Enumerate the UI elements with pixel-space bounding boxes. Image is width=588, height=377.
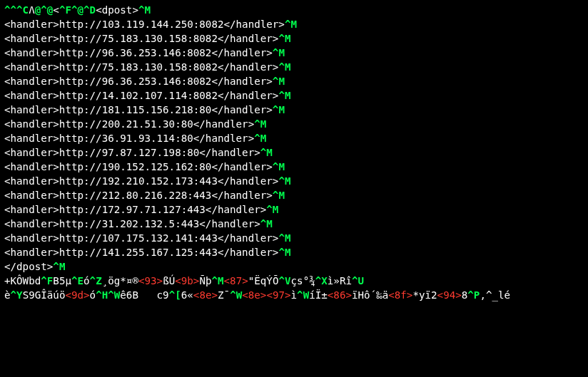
terminal-segment: ^Y [11,289,23,301]
terminal-segment: ^H^W [96,289,120,301]
terminal-segment: <handler>http://96.36.253.146:8082</hand… [4,47,273,58]
terminal-segment: ó [90,289,96,301]
terminal-segment: ^M [278,90,290,101]
terminal-segment: <handler>http://107.175.132.141:443</han… [4,232,278,244]
terminal-line: <handler>http://107.175.132.141:443</han… [4,231,584,245]
terminal-segment: ì [291,289,298,301]
terminal-segment: ^W [297,289,309,301]
terminal-segment: <86> [328,289,352,301]
terminal-line: <handler>http://141.255.167.125:443</han… [4,245,584,259]
terminal-segment: ^M [254,118,266,130]
terminal-segment: <handler>http://181.115.156.218:80</hand… [4,104,273,115]
terminal-segment: S9GÎäúö [23,289,66,301]
terminal-segment: ^Z [90,275,102,286]
terminal-segment: Z¯ [218,289,230,301]
terminal-segment: Ʌ [29,4,35,16]
terminal-segment: Ñþ [199,275,211,286]
terminal-segment: <94> [437,289,462,301]
terminal-segment: +KÔWbd [4,275,41,286]
terminal-line: <handler>http://96.36.253.146:8082</hand… [4,74,584,88]
terminal-segment: <handler>http://75.183.130.158:8082</han… [4,61,278,73]
terminal-segment: <9d> [65,289,89,301]
terminal-line: <handler>http://97.87.127.198:80</handle… [4,145,584,160]
terminal-segment: 6« [181,289,193,301]
terminal-segment: <handler>http://192.210.152.173:443</han… [4,175,278,187]
terminal-segment: <93> [138,275,163,286]
terminal-segment: <8f> [388,289,412,301]
terminal-line: <handler>http://31.202.132.5:443</handle… [4,217,584,231]
terminal-segment: <handler>http://36.91.93.114:80</handler… [4,133,254,144]
terminal-segment: <97> [266,289,290,301]
terminal-segment: <9b> [175,275,199,286]
terminal-segment: ^M [53,261,65,272]
terminal-segment: <handler>http://96.36.253.146:8082</hand… [4,76,273,87]
terminal-segment: <handler>http://172.97.71.127:443</handl… [4,204,266,215]
terminal-line: <handler>http://172.97.71.127:443</handl… [4,202,584,217]
terminal-segment: </dpost> [4,261,53,272]
terminal-line: </dpost>^M [4,259,584,274]
terminal-segment: ^M [254,133,266,144]
terminal-segment: <dpost> [96,4,138,16]
terminal-segment: ^M [138,4,151,16]
terminal-segment: çs°¾ [291,275,315,286]
terminal-line: <handler>http://75.183.130.158:8082</han… [4,31,584,46]
terminal-segment: ì»Rî [328,275,352,286]
terminal-line: <handler>http://200.21.51.30:80</handler… [4,117,584,131]
terminal-line: <handler>http://36.91.93.114:80</handler… [4,131,584,145]
terminal-segment: <handler>http://200.21.51.30:80</handler… [4,118,254,130]
terminal-segment: @^@ [35,4,54,16]
terminal-segment: <handler>http://190.152.125.162:80</hand… [4,161,273,172]
terminal-segment: ^[ [169,289,181,301]
terminal-output: ^^^CɅ@^@<^F^@^D<dpost>^M<handler>http://… [0,0,588,305]
terminal-segment: "ËqÝÕ [248,275,279,286]
terminal-line: <handler>http://103.119.144.250:8082</ha… [4,17,584,31]
terminal-segment: ^M [278,232,290,244]
terminal-segment: <handler>http://141.255.167.125:443</han… [4,247,278,258]
terminal-segment: <handler>http://14.102.107.114:8082</han… [4,90,278,101]
terminal-segment: ^E [71,275,83,286]
terminal-segment: <handler>http://97.87.127.198:80</handle… [4,147,260,158]
terminal-line: <handler>http://190.152.125.162:80</hand… [4,160,584,174]
terminal-segment: ^M [273,76,285,87]
terminal-segment: *yï2 [412,289,437,301]
terminal-segment: ïHô´‰ä [352,289,388,301]
terminal-segment: ,^_lé [480,289,510,301]
terminal-segment: ^M [285,19,297,30]
terminal-segment: ^^^C [4,4,29,16]
terminal-segment: ^F^@^D [59,4,96,16]
terminal-segment: <8e> [242,289,266,301]
terminal-segment: ^M [273,161,285,172]
terminal-segment: ó [83,275,90,286]
terminal-line: ^^^CɅ@^@<^F^@^D<dpost>^M [4,3,584,17]
terminal-line: <handler>http://96.36.253.146:8082</hand… [4,46,584,60]
terminal-line: <handler>http://14.102.107.114:8082</han… [4,88,584,103]
terminal-segment: ^M [278,247,290,258]
terminal-segment: <handler>http://75.183.130.158:8082</han… [4,33,278,44]
terminal-line: <handler>http://192.210.152.173:443</han… [4,174,584,188]
terminal-segment: ê6B c9 [120,289,168,301]
terminal-segment: ^M [260,147,273,158]
terminal-segment: ^M [273,190,285,201]
terminal-segment: <handler>http://103.119.144.250:8082</ha… [4,19,285,30]
terminal-segment: ^M [266,204,278,215]
terminal-segment: ^F [41,275,53,286]
terminal-line: è^YS9GÎäúö<9d>ó^H^Wê6B c9^[6«<8e>Z¯^W<8e… [4,288,584,302]
terminal-segment: ^M [273,104,285,115]
terminal-segment: ¸ög*¤® [102,275,138,286]
terminal-segment: ^W [230,289,242,301]
terminal-segment: <87> [224,275,248,286]
terminal-segment: íÏ± [309,289,328,301]
terminal-segment: <handler>http://212.80.216.228:443</hand… [4,190,273,201]
terminal-segment: < [53,4,59,16]
terminal-segment: ^M [260,218,273,229]
terminal-segment: ^X [315,275,328,286]
terminal-line: <handler>http://75.183.130.158:8082</han… [4,60,584,74]
terminal-line: <handler>http://181.115.156.218:80</hand… [4,103,584,117]
terminal-segment: <8e> [193,289,218,301]
terminal-segment: B5µ [53,275,71,286]
terminal-segment: ^M [273,47,285,58]
terminal-segment: ^M [278,33,290,44]
terminal-line: <handler>http://212.80.216.228:443</hand… [4,188,584,202]
terminal-segment: ßÚ [163,275,175,286]
terminal-segment: ^V [278,275,290,286]
